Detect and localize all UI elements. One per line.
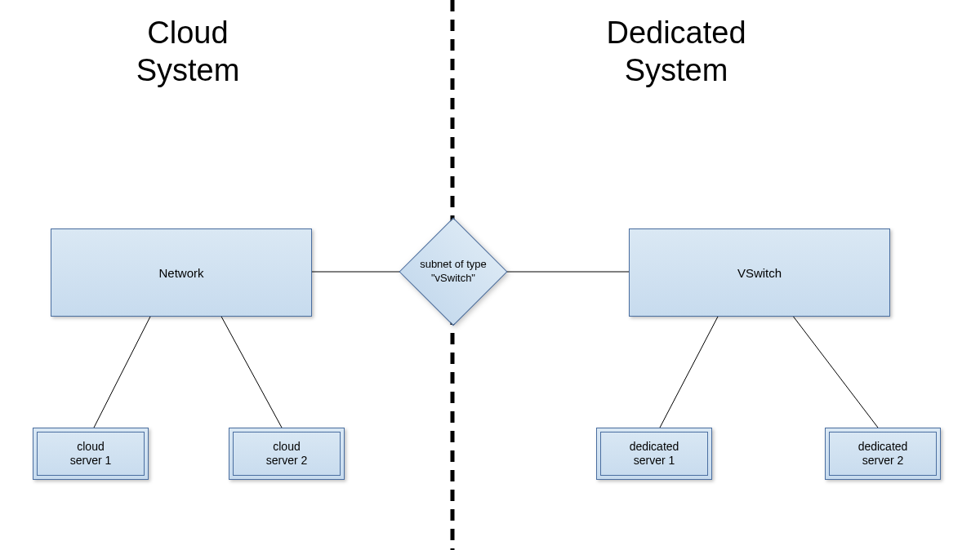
node-subnet-label: subnet of type "vSwitch": [400, 219, 506, 325]
svg-line-6: [792, 315, 878, 428]
svg-line-3: [94, 315, 151, 428]
diagram-canvas: Cloud System Dedicated System Network VS…: [0, 0, 980, 550]
node-network: Network: [51, 228, 312, 317]
svg-line-5: [660, 315, 719, 428]
node-vswitch-label: VSwitch: [737, 266, 782, 280]
node-dedicated-server-1: dedicated server 1: [596, 428, 712, 480]
svg-line-4: [220, 315, 282, 428]
node-subnet-diamond: subnet of type "vSwitch": [400, 219, 506, 325]
node-cloud-server-1: cloud server 1: [33, 428, 149, 480]
node-dedicated-server-2: dedicated server 2: [825, 428, 941, 480]
node-vswitch: VSwitch: [629, 228, 890, 317]
node-cloud-server-2: cloud server 2: [229, 428, 345, 480]
node-network-label: Network: [158, 266, 203, 280]
title-right: Dedicated System: [570, 15, 782, 89]
title-left: Cloud System: [98, 15, 278, 89]
